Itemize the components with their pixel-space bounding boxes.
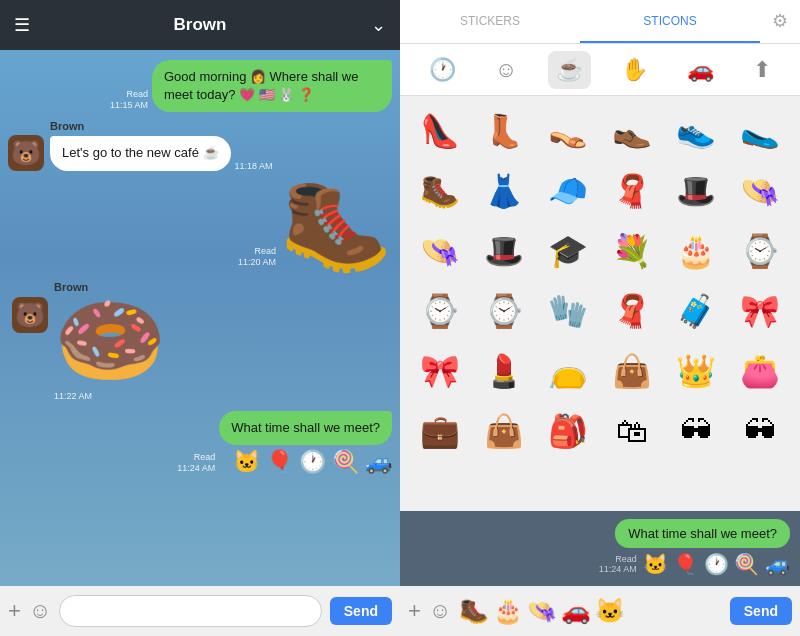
plus-icon[interactable]: + [8, 598, 21, 624]
shortcut-sticker[interactable]: 🚗 [561, 597, 591, 625]
sticker-item[interactable]: 🎀 [733, 284, 787, 338]
shortcut-sticker[interactable]: 🐱 [595, 597, 625, 625]
avatar: 🐻 [8, 135, 44, 171]
left-panel: ☰ Brown ⌄ Read 11:15 AM Good morning 👩 W… [0, 0, 400, 636]
sticker-item[interactable]: ⌚ [733, 224, 787, 278]
sticker-row: 🎀 💄 👝 👜 👑 👛 [408, 344, 792, 398]
sticker-panel-tabs: STICKERS STICONS ⚙ [400, 0, 800, 44]
sticker-item[interactable]: 🎀 [413, 344, 467, 398]
sticker-item[interactable]: 🥿 [733, 104, 787, 158]
sticker-item[interactable]: 🛍 [605, 404, 659, 458]
sticker-item[interactable]: 💄 [477, 344, 531, 398]
sticker-item[interactable]: 🧤 [541, 284, 595, 338]
message-meta: Read 11:15 AM [110, 89, 148, 110]
sender-name: Brown [50, 120, 84, 132]
message-meta: Read 11:24 AM [177, 452, 215, 473]
settings-icon[interactable]: ⚙ [760, 0, 800, 43]
message-row: Read 11:20 AM 🥾 [8, 179, 392, 269]
sticker-item[interactable]: 👠 [413, 104, 467, 158]
read-status: Read [254, 246, 276, 256]
sticker: 🥾 [280, 179, 392, 269]
message-bubble: Let's go to the new café ☕ [50, 136, 231, 170]
sticker-row: 💼 👜 🎒 🛍 🕶 🕶 [408, 404, 792, 458]
inline-stickers: 🐱 🎈 🕐 🍭 🚙 [233, 449, 392, 475]
sticker-item[interactable]: 👜 [605, 344, 659, 398]
sticker-item[interactable]: 🕶 [733, 404, 787, 458]
sticker-item[interactable]: 🎓 [541, 224, 595, 278]
sticker-item[interactable]: 👑 [669, 344, 723, 398]
message-content: Brown Let's go to the new café ☕ 11:18 A… [50, 120, 273, 170]
emoji-icon[interactable]: ☺ [29, 598, 51, 624]
emoji-icon[interactable]: ☺ [429, 598, 451, 624]
sticker-item[interactable]: 👒 [413, 224, 467, 278]
read-status: Read [194, 452, 216, 462]
preview-time: 11:24 AM [599, 564, 637, 574]
cat-face[interactable]: ☺ [487, 51, 525, 89]
preview-bubble: What time shall we meet? [615, 519, 790, 548]
read-status: Read [126, 89, 148, 99]
message-time: 11:20 AM [238, 257, 276, 267]
message-input[interactable] [59, 595, 321, 627]
sticker-row: 👒 🎩 🎓 💐 🎂 ⌚ [408, 224, 792, 278]
cat-recent[interactable]: 🕐 [421, 51, 464, 89]
sticker-item[interactable]: ⌚ [477, 284, 531, 338]
chat-title: Brown [174, 15, 227, 35]
message-time: 11:15 AM [110, 100, 148, 110]
sticker-item[interactable]: 🎩 [477, 224, 531, 278]
sticker-item[interactable]: 👟 [669, 104, 723, 158]
sticker-item[interactable]: 🕶 [669, 404, 723, 458]
sticker-item[interactable]: 👛 [733, 344, 787, 398]
sticker-item[interactable]: 🧢 [541, 164, 595, 218]
sticker-row: 🥾 👗 🧢 🧣 🎩 👒 [408, 164, 792, 218]
chat-header: ☰ Brown ⌄ [0, 0, 400, 50]
shortcut-sticker[interactable]: 👒 [527, 597, 557, 625]
sticker-row: 👠 👢 👡 👞 👟 🥿 [408, 104, 792, 158]
send-button[interactable]: Send [730, 597, 792, 625]
message-bubble: What time shall we meet? [219, 411, 392, 445]
cat-car[interactable]: 🚗 [679, 51, 722, 89]
chat-messages: Read 11:15 AM Good morning 👩 Where shall… [0, 50, 400, 586]
sticker-item[interactable]: 🎩 [669, 164, 723, 218]
sticker-item[interactable]: 👡 [541, 104, 595, 158]
sticker-item[interactable]: 👒 [733, 164, 787, 218]
preview-read: Read [615, 554, 637, 564]
shortcut-sticker[interactable]: 🎂 [493, 597, 523, 625]
sticker-item[interactable]: 👢 [477, 104, 531, 158]
sticker-item[interactable]: 🥾 [413, 164, 467, 218]
sticker-item[interactable]: 🧣 [605, 164, 659, 218]
sticker-item[interactable]: 💐 [605, 224, 659, 278]
cat-hand[interactable]: ✋ [613, 51, 656, 89]
tab-sticons[interactable]: STICONS [580, 0, 760, 43]
cat-up[interactable]: ⬆ [745, 51, 779, 89]
message-time: 11:24 AM [177, 463, 215, 473]
sticker-item[interactable]: 👜 [477, 404, 531, 458]
sticker-item[interactable]: 👞 [605, 104, 659, 158]
chevron-down-icon[interactable]: ⌄ [371, 14, 386, 36]
right-panel: STICKERS STICONS ⚙ 🕐 ☺ ☕ ✋ 🚗 ⬆ 👠 👢 👡 👞 👟… [400, 0, 800, 636]
plus-icon[interactable]: + [408, 598, 421, 624]
message-row: 🐻 Brown Let's go to the new café ☕ 11:18… [8, 120, 392, 170]
shortcut-sticker[interactable]: 🥾 [459, 597, 489, 625]
cat-cup[interactable]: ☕ [548, 51, 591, 89]
message-row: Read 11:15 AM Good morning 👩 Where shall… [8, 60, 392, 112]
sticker-row: ⌚ ⌚ 🧤 🧣 🧳 🎀 [408, 284, 792, 338]
send-button[interactable]: Send [330, 597, 392, 625]
tab-stickers[interactable]: STICKERS [400, 0, 580, 43]
sticker-item[interactable]: 🧳 [669, 284, 723, 338]
message-time: 11:18 AM [235, 161, 273, 171]
sticker-item[interactable]: 🎂 [669, 224, 723, 278]
sticker-item[interactable]: 🧣 [605, 284, 659, 338]
sticker-item[interactable]: ⌚ [413, 284, 467, 338]
sticker-item[interactable]: 💼 [413, 404, 467, 458]
sticker-shortcut-bar: 🥾 🎂 👒 🚗 🐱 [459, 597, 721, 625]
message-row: 🐻 Brown 🍩 11:22 AM [12, 277, 392, 403]
message-meta: Read 11:20 AM [238, 246, 276, 267]
sticker: 🍩 [54, 295, 166, 385]
category-tabs: 🕐 ☺ ☕ ✋ 🚗 ⬆ [400, 44, 800, 96]
menu-icon[interactable]: ☰ [14, 14, 30, 36]
preview-area: What time shall we meet? Read 11:24 AM 🐱… [400, 511, 800, 586]
sticker-item[interactable]: 👗 [477, 164, 531, 218]
sticker-item[interactable]: 👝 [541, 344, 595, 398]
sticker-item[interactable]: 🎒 [541, 404, 595, 458]
sticker-grid: 👠 👢 👡 👞 👟 🥿 🥾 👗 🧢 🧣 🎩 👒 👒 🎩 🎓 💐 🎂 ⌚ ⌚ ⌚ [400, 96, 800, 511]
